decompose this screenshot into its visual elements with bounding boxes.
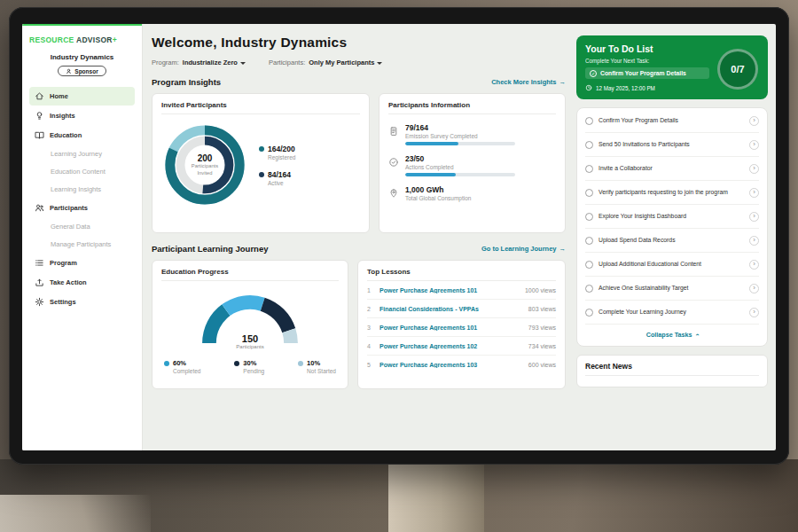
not-started-label: Not Started	[307, 368, 336, 374]
lesson-views: 793 views	[528, 325, 556, 331]
task-row[interactable]: Send 50 Invitations to Participants ›	[585, 133, 759, 157]
task-label: Upload Additional Educational Content	[598, 261, 744, 269]
task-label: Upload Spend Data Records	[598, 237, 744, 245]
monitor-stand	[388, 461, 484, 532]
task-checkbox[interactable]	[585, 285, 593, 293]
chevron-right-icon[interactable]: ›	[749, 236, 759, 246]
legend-completed: 60% Completed	[164, 359, 200, 374]
invited-total-label: Participants Invited	[186, 163, 223, 176]
arrow-right-icon: →	[559, 245, 567, 253]
emission-survey-progressbar	[405, 142, 515, 145]
collapse-tasks-link[interactable]: Collapse Tasks ›	[585, 325, 759, 345]
sponsor-badge-row: Sponsor	[29, 66, 135, 76]
todo-panel: Your To Do List Complete Your Next Task:…	[575, 24, 776, 450]
task-row[interactable]: Achieve One Sustainability Target ›	[585, 277, 759, 301]
person-icon	[66, 68, 72, 74]
task-checkbox[interactable]	[585, 189, 593, 197]
sidebar-item-label: Learning Insights	[51, 185, 101, 193]
task-row[interactable]: Verify participants requesting to join t…	[585, 181, 759, 205]
task-checkbox[interactable]	[585, 261, 593, 269]
book-icon	[35, 130, 44, 140]
sidebar-item-take-action[interactable]: Take Action	[29, 273, 135, 292]
check-circle-icon	[388, 155, 399, 166]
sidebar-item-label: Program	[50, 259, 77, 267]
task-checkbox[interactable]	[585, 213, 593, 221]
chevron-up-icon: ›	[692, 333, 700, 336]
sidebar-item-insights[interactable]: Insights	[29, 106, 135, 125]
lesson-link[interactable]: Power Purchase Agreements 102	[379, 343, 522, 349]
program-filter[interactable]: Program: Industrialize Zero	[152, 59, 246, 66]
invited-legend: 164/200 Registered 84/164 Active	[259, 145, 295, 186]
lesson-link[interactable]: Power Purchase Agreements 103	[379, 362, 522, 368]
education-legend: 60% Completed 30% Pending 10% Not Starte…	[161, 359, 339, 374]
chevron-right-icon[interactable]: ›	[749, 116, 759, 126]
task-checkbox[interactable]	[585, 309, 593, 317]
next-task-label: Confirm Your Program Details	[600, 70, 686, 76]
lesson-row: 3 Power Purchase Agreements 101 793 view…	[367, 318, 556, 337]
gauge-center-text: 150 Participants	[193, 333, 307, 349]
legend-registered: 164/200 Registered	[259, 145, 295, 160]
org-name: Industry Dynamics	[29, 53, 135, 61]
program-insights-cards: Invited Participants 200 Partic	[152, 93, 566, 233]
task-label: Complete Your Learning Journey	[598, 309, 744, 317]
sidebar-item-label: Manage Participants	[51, 240, 111, 248]
emission-survey-label: Emission Survey Completed	[405, 133, 515, 139]
chevron-right-icon[interactable]: ›	[749, 212, 759, 222]
sidebar-item-settings[interactable]: Settings	[29, 293, 135, 311]
next-task-row[interactable]: ✓ Confirm Your Program Details	[585, 67, 709, 79]
invited-card-title: Invited Participants	[161, 101, 360, 114]
lesson-link[interactable]: Financial Considerations - VPPAs	[379, 306, 522, 312]
chevron-right-icon[interactable]: ›	[749, 164, 759, 174]
go-to-learning-journey-link[interactable]: Go to Learning Journey →	[481, 245, 566, 253]
todo-progress-ring: 0/7	[717, 49, 758, 90]
task-checkbox[interactable]	[585, 237, 593, 245]
completed-dot	[164, 361, 169, 366]
lesson-views: 803 views	[528, 306, 556, 312]
lesson-row: 4 Power Purchase Agreements 102 734 view…	[367, 337, 556, 356]
sidebar-item-label: Take Action	[50, 278, 87, 286]
invited-total: 200	[198, 153, 213, 163]
task-row[interactable]: Upload Spend Data Records ›	[585, 229, 759, 253]
task-checkbox[interactable]	[585, 117, 593, 125]
sidebar-item-learning-journey[interactable]: Learning Journey	[29, 145, 135, 162]
check-more-insights-link[interactable]: Check More Insights →	[491, 78, 566, 86]
actions-completed-progress-fill	[405, 173, 456, 176]
task-checkbox[interactable]	[585, 141, 593, 149]
sidebar-item-home[interactable]: Home	[29, 87, 135, 106]
task-row[interactable]: Upload Additional Educational Content ›	[585, 253, 759, 277]
task-row[interactable]: Invite a Collaborator ›	[585, 157, 759, 181]
legend-not-started: 10% Not Started	[298, 359, 336, 374]
sidebar-item-general-data[interactable]: General Data	[29, 218, 135, 235]
education-progress-card: Education Progress 150 Participants 60% …	[152, 260, 348, 389]
task-row[interactable]: Complete Your Learning Journey ›	[585, 301, 759, 325]
sidebar-item-manage-participants[interactable]: Manage Participants	[29, 236, 135, 253]
task-label: Explore Your Insights Dashboard	[598, 213, 744, 221]
lesson-row: 5 Power Purchase Agreements 103 600 view…	[367, 356, 556, 373]
chevron-right-icon[interactable]: ›	[749, 284, 759, 293]
page-title: Welcome, Industry Dynamics	[152, 35, 566, 51]
chevron-right-icon[interactable]: ›	[749, 188, 759, 198]
lesson-link[interactable]: Power Purchase Agreements 101	[379, 287, 519, 293]
participants-filter-label: Participants:	[269, 59, 305, 66]
task-checkbox[interactable]	[585, 165, 593, 173]
sidebar-item-participants[interactable]: Participants	[29, 199, 135, 217]
chevron-right-icon[interactable]: ›	[749, 308, 759, 317]
completed-label: Completed	[173, 368, 200, 374]
actions-completed-progressbar	[405, 173, 515, 176]
lesson-rank: 4	[367, 343, 373, 349]
participants-filter[interactable]: Participants: Only My Participants	[269, 59, 382, 66]
collapse-tasks-label: Collapse Tasks	[646, 331, 692, 339]
gear-icon	[35, 297, 44, 307]
chevron-right-icon[interactable]: ›	[749, 260, 759, 270]
chevron-right-icon[interactable]: ›	[749, 140, 759, 150]
task-row[interactable]: Explore Your Insights Dashboard ›	[585, 205, 759, 229]
sidebar-item-learning-insights[interactable]: Learning Insights	[29, 181, 135, 198]
lesson-link[interactable]: Power Purchase Agreements 101	[379, 325, 522, 331]
task-row[interactable]: Confirm Your Program Details ›	[585, 109, 759, 133]
registered-label: Registered	[268, 154, 295, 160]
sidebar-nav: Home Insights Education Learning Journey…	[29, 87, 135, 312]
sidebar-item-program[interactable]: Program	[29, 254, 135, 272]
sidebar-item-education-content[interactable]: Education Content	[29, 163, 135, 180]
sidebar-item-education[interactable]: Education	[29, 126, 135, 145]
registered-value: 164/200	[268, 145, 295, 153]
